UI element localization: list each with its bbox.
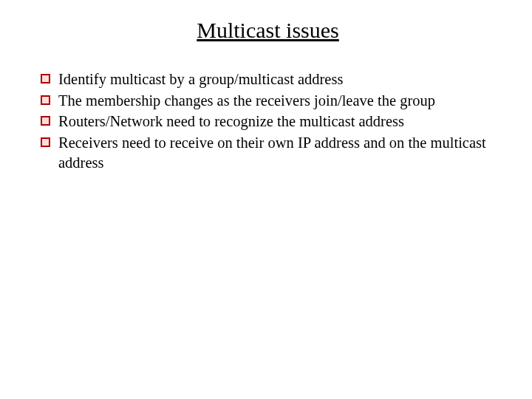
- bullet-text: Receivers need to receive on their own I…: [58, 134, 486, 171]
- bullet-text: The membership changes as the receivers …: [58, 92, 435, 109]
- list-item: The membership changes as the receivers …: [41, 91, 495, 111]
- list-item: Routers/Network need to recognize the mu…: [41, 112, 495, 132]
- bullet-icon: [41, 74, 50, 83]
- bullet-icon: [41, 137, 50, 147]
- bullet-text: Identify multicast by a group/multicast …: [58, 71, 343, 87]
- list-item: Receivers need to receive on their own I…: [41, 133, 495, 172]
- bullet-list: Identify multicast by a group/multicast …: [41, 69, 495, 172]
- slide-title: Multicast issues: [41, 18, 495, 43]
- bullet-icon: [41, 116, 50, 126]
- list-item: Identify multicast by a group/multicast …: [41, 69, 495, 89]
- bullet-text: Routers/Network need to recognize the mu…: [58, 113, 404, 129]
- bullet-icon: [41, 95, 50, 105]
